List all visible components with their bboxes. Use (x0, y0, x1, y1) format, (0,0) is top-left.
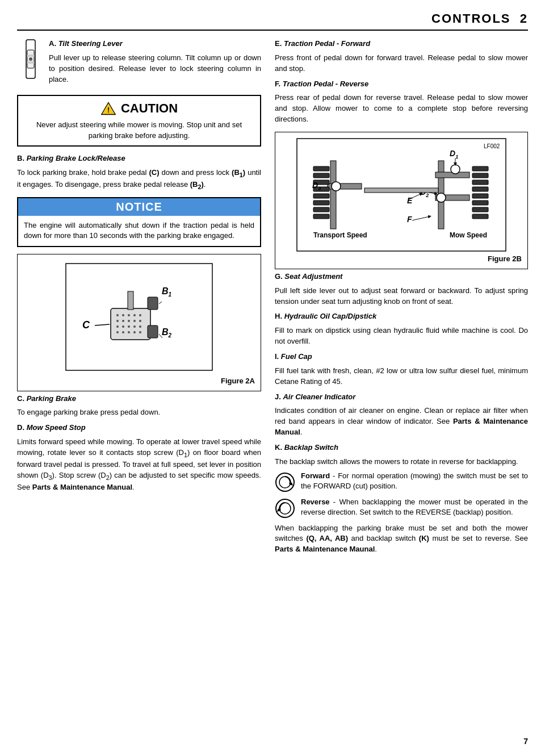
svg-rect-4 (27, 61, 34, 64)
svg-rect-49 (313, 214, 329, 219)
svg-point-25 (128, 331, 130, 333)
notice-box: NOTICE The engine will automatically shu… (17, 197, 261, 247)
svg-rect-60 (472, 194, 488, 198)
section-a-content: A. Tilt Steering Lever Pull lever up to … (49, 39, 261, 88)
svg-point-17 (139, 320, 141, 322)
section-f: F. Traction Pedal - Reverse Press rear o… (275, 79, 528, 125)
svg-rect-3 (27, 55, 34, 57)
section-a: A. Tilt Steering Lever Pull lever up to … (17, 39, 261, 88)
svg-point-41 (332, 182, 341, 191)
forward-backlap-text: Forward - For normal operation (mowing) … (301, 471, 528, 491)
tilt-steering-icon (17, 39, 44, 80)
svg-point-9 (122, 314, 124, 316)
section-c-letter: C. (17, 394, 24, 403)
section-e-text: Press front of pedal down for forward tr… (275, 53, 528, 74)
svg-rect-43 (313, 173, 329, 178)
section-e-letter: E. (275, 39, 282, 48)
svg-point-54 (451, 165, 460, 174)
svg-rect-46 (313, 194, 329, 198)
section-e: E. Traction Pedal - Forward Press front … (275, 39, 528, 74)
svg-point-24 (122, 331, 124, 333)
forward-backlap-item: Forward - For normal operation (mowing) … (275, 471, 528, 492)
section-j-title: Air Cleaner Indicator (283, 392, 355, 401)
svg-point-19 (122, 325, 124, 328)
section-k: K. Backlap Switch The backlap switch all… (275, 442, 528, 555)
svg-rect-7 (111, 308, 150, 340)
section-i-title: Fuel Cap (281, 352, 312, 361)
svg-rect-72 (364, 188, 438, 193)
svg-rect-63 (472, 214, 488, 219)
section-k-title: Backlap Switch (284, 443, 338, 452)
svg-line-70 (412, 216, 430, 220)
section-g: G. Seat Adjustment Pull left side lever … (275, 272, 528, 307)
svg-point-2 (29, 57, 32, 61)
section-a-title: Tilt Steering Lever (58, 39, 123, 48)
right-column: E. Traction Pedal - Forward Press front … (275, 39, 528, 558)
section-d-letter: D. (17, 423, 24, 432)
svg-rect-42 (313, 166, 329, 171)
caution-text: Never adjust steering while mower is mov… (25, 120, 253, 140)
section-j: J. Air Cleaner Indicator Indicates condi… (275, 392, 528, 438)
svg-rect-62 (472, 207, 488, 212)
svg-point-21 (133, 325, 136, 328)
svg-text:D1: D1 (450, 149, 458, 160)
section-a-letter: A. (49, 39, 56, 48)
figure-2b-box: LF002 (275, 132, 528, 269)
svg-point-14 (122, 320, 124, 322)
svg-point-11 (133, 314, 136, 316)
page-number: 7 (523, 737, 528, 746)
section-g-title: Seat Adjustment (284, 272, 342, 281)
section-k-letter: K. (275, 443, 282, 452)
section-k-final-text: When backlapping the parking brake must … (275, 523, 528, 555)
svg-text:F: F (407, 215, 412, 224)
left-column: A. Tilt Steering Lever Pull lever up to … (17, 39, 261, 558)
section-f-title: Traction Pedal - Reverse (283, 80, 369, 88)
reverse-backlap-item: Reverse - When backlapping the mower mus… (275, 497, 528, 519)
svg-text:Transport Speed: Transport Speed (313, 231, 367, 239)
header-title: CONTROLS (431, 11, 510, 26)
svg-rect-28 (128, 291, 133, 310)
svg-rect-48 (313, 207, 329, 212)
caution-title: ! CAUTION (25, 101, 253, 116)
figure-2b-svg: LF002 (296, 138, 506, 252)
svg-point-22 (139, 325, 141, 328)
section-b: B. Parking Brake Lock/Release To lock pa… (17, 153, 261, 191)
svg-rect-39 (330, 161, 336, 229)
caution-box: ! CAUTION Never adjust steering while mo… (17, 95, 261, 146)
section-g-letter: G. (275, 272, 283, 281)
svg-point-27 (139, 331, 141, 333)
figure-2a-svg: C B1 B2 (65, 260, 213, 374)
page-header: CONTROLS 2 (17, 11, 528, 31)
svg-rect-56 (472, 166, 488, 171)
svg-text:E: E (407, 196, 413, 205)
section-i-text: Fill fuel tank with fresh, clean, #2 low… (275, 366, 528, 387)
section-d-title: Mow Speed Stop (27, 423, 86, 432)
svg-point-26 (133, 331, 136, 333)
notice-text: The engine will automatically shut down … (18, 216, 260, 245)
svg-point-18 (116, 325, 119, 328)
notice-title: NOTICE (18, 198, 260, 216)
section-h-text: Fill to mark on dipstick using clean hyd… (275, 325, 528, 347)
svg-text:B2: B2 (162, 327, 172, 339)
section-i-letter: I. (275, 352, 279, 361)
forward-switch-icon (275, 472, 295, 492)
section-h-letter: H. (275, 312, 282, 320)
caution-triangle-icon: ! (100, 101, 116, 116)
svg-point-23 (116, 331, 119, 333)
svg-text:Mow Speed: Mow Speed (450, 231, 487, 239)
figure-2a-box: C B1 B2 Figure 2A (17, 254, 261, 391)
section-e-title: Traction Pedal - Forward (284, 39, 370, 48)
section-k-text: The backlap switch allows the mowers to … (275, 457, 528, 467)
section-d-text: Limits forward speed while mowing. To op… (17, 437, 261, 493)
svg-line-32 (95, 324, 110, 325)
section-a-text: Pull lever up to release steering column… (49, 53, 261, 85)
svg-rect-61 (472, 201, 488, 205)
section-f-letter: F. (275, 80, 280, 88)
svg-point-76 (276, 473, 294, 491)
section-b-letter: B. (17, 154, 24, 162)
caution-label: CAUTION (121, 101, 178, 116)
section-c-text: To engage parking brake press pedal down… (17, 407, 261, 418)
svg-text:B1: B1 (162, 286, 172, 298)
section-d: D. Mow Speed Stop Limits forward speed w… (17, 423, 261, 493)
svg-rect-47 (313, 201, 329, 205)
